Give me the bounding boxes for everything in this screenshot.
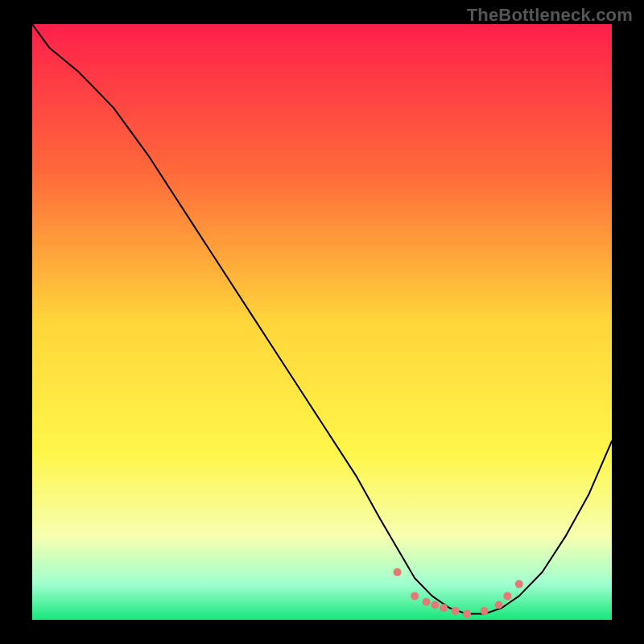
optimal-zone-dot	[495, 601, 503, 609]
chart-svg	[32, 24, 612, 620]
optimal-zone-dot	[503, 592, 511, 600]
optimal-zone-dot	[481, 607, 489, 615]
optimal-zone-dot	[411, 592, 419, 600]
optimal-zone-dot	[394, 568, 402, 576]
optimal-zone-dot	[515, 580, 523, 588]
chart-frame: TheBottleneck.com	[0, 0, 644, 644]
optimal-zone-dot	[440, 604, 448, 612]
optimal-zone-dot	[423, 598, 431, 606]
optimal-zone-dot	[452, 607, 460, 615]
chart-background-gradient	[32, 24, 612, 620]
chart-plot-area	[32, 24, 612, 620]
optimal-zone-dot	[463, 610, 471, 618]
optimal-zone-dot	[431, 601, 439, 609]
watermark-text: TheBottleneck.com	[467, 5, 633, 26]
